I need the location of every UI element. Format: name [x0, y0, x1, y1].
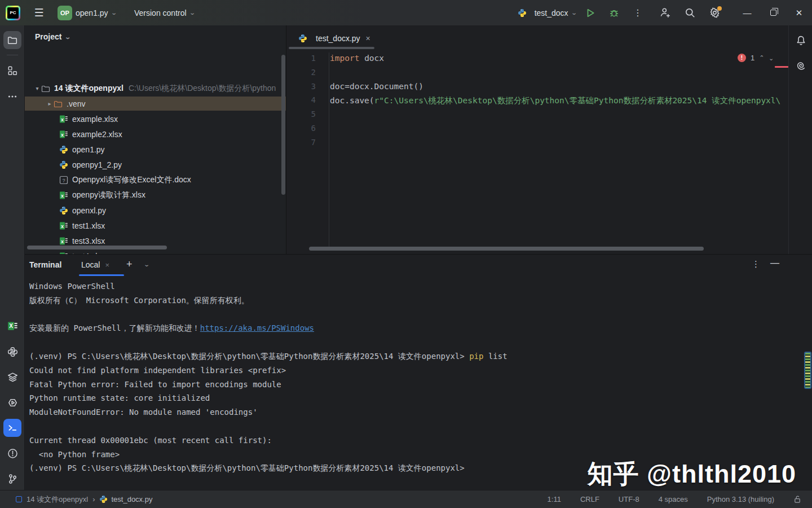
- breadcrumb-root[interactable]: 14 读文件openpyxl: [27, 494, 88, 505]
- editor-horizontal-scrollbar[interactable]: [309, 247, 704, 251]
- run-config-name: test_docx: [535, 8, 568, 17]
- project-panel-title: Project: [35, 32, 61, 41]
- project-vertical-scrollbar[interactable]: [281, 55, 285, 195]
- tree-item-file[interactable]: ? Openpyxl读写修改Excel文件.docx: [25, 173, 286, 187]
- git-tool-button[interactable]: [3, 470, 21, 488]
- module-icon: [16, 496, 22, 502]
- close-button[interactable]: ✕: [786, 0, 812, 25]
- python-interpreter[interactable]: Python 3.13 (huiling): [707, 495, 774, 503]
- project-switcher[interactable]: OP open1.py ⌄: [58, 6, 116, 20]
- line-number: 7: [286, 138, 316, 147]
- tab-close-icon[interactable]: ×: [366, 34, 370, 43]
- tree-item-file[interactable]: x test4.xlsx: [25, 249, 286, 254]
- unknown-file-icon: ?: [59, 175, 68, 185]
- terminal-line: ModuleNotFoundError: No module named 'en…: [29, 405, 785, 419]
- debug-button[interactable]: [604, 3, 624, 23]
- terminal-type-dropdown[interactable]: ⌄: [144, 261, 149, 268]
- project-horizontal-scrollbar[interactable]: [27, 246, 167, 249]
- terminal-output[interactable]: Windows PowerShell 版权所有（C） Microsoft Cor…: [29, 279, 785, 475]
- minimize-button[interactable]: —: [734, 0, 760, 25]
- tree-item-file[interactable]: open1.py: [25, 142, 286, 156]
- folder-icon: [53, 99, 63, 108]
- ai-assistant-button[interactable]: [792, 56, 810, 75]
- editor-tab-title: test_docx.py: [316, 34, 360, 43]
- terminal-tool-button[interactable]: [3, 419, 21, 437]
- tree-item-file[interactable]: x test1.xlsx: [25, 218, 286, 233]
- svg-text:x: x: [60, 223, 63, 229]
- editor-area: test_docx.py × 1 2 3 4 5 6 7 import docx…: [286, 25, 812, 254]
- terminal-title[interactable]: Terminal: [29, 260, 61, 269]
- structure-tool-button[interactable]: [3, 62, 21, 80]
- terminal-header: Terminal Local × + ⌄ ⋮ —: [25, 255, 812, 277]
- python-file-icon: [59, 144, 68, 154]
- line-separator[interactable]: CRLF: [580, 495, 599, 503]
- settings-button[interactable]: [705, 3, 724, 23]
- project-panel-header[interactable]: Project ⌄: [35, 32, 70, 41]
- excel-file-icon: x: [59, 114, 68, 124]
- svg-text:x: x: [60, 192, 63, 198]
- prev-error-button[interactable]: ⌃: [759, 54, 764, 62]
- hide-terminal-button[interactable]: —: [770, 258, 779, 268]
- powershell-link[interactable]: https://aka.ms/PSWindows: [200, 323, 314, 332]
- line-number: 1: [286, 54, 316, 63]
- terminal-line: Python runtime state: core initialized: [29, 391, 785, 405]
- version-control-menu[interactable]: Version control ⌄: [134, 8, 195, 17]
- tree-item-venv[interactable]: ▸ .venv: [25, 97, 286, 111]
- tree-item-file[interactable]: x example.xlsx: [25, 112, 286, 126]
- project-tool-button[interactable]: [3, 31, 21, 49]
- error-stripe-mark[interactable]: [775, 66, 788, 68]
- chevron-collapsed-icon[interactable]: ▸: [46, 100, 53, 107]
- file-name: Openpyxl读写修改Excel文件.docx: [72, 175, 191, 185]
- line-number: 5: [286, 110, 316, 119]
- more-actions-button[interactable]: ⋮: [628, 3, 647, 23]
- main-menu-button[interactable]: ☰: [30, 6, 47, 19]
- problems-tool-button[interactable]: [3, 444, 21, 462]
- python-packages-tool-button[interactable]: [3, 343, 21, 361]
- caret-position[interactable]: 1:11: [548, 495, 561, 503]
- project-badge: OP: [58, 6, 72, 20]
- code-line-4[interactable]: doc.save(r"C:\Users\桃花林\Desktop\数据分析\pyt…: [330, 95, 806, 106]
- file-name: openxl.py: [72, 206, 106, 215]
- next-error-button[interactable]: ⌃: [769, 54, 774, 62]
- run-services-tool-button[interactable]: [3, 393, 21, 411]
- editor-tab[interactable]: test_docx.py ×: [292, 29, 376, 47]
- terminal-line: Current thread 0x00001ebc (most recent c…: [29, 433, 785, 448]
- code-with-me-button[interactable]: [655, 3, 674, 23]
- file-name: .venv: [67, 99, 85, 108]
- tree-item-file[interactable]: openpy1_2.py: [25, 157, 286, 172]
- read-lock-icon[interactable]: [793, 495, 802, 503]
- file-name: test3.xlsx: [72, 237, 105, 246]
- tree-item-file[interactable]: x example2.xlsx: [25, 127, 286, 141]
- indent-style[interactable]: 4 spaces: [659, 495, 688, 503]
- tree-item-root[interactable]: ▾ 14 读文件openpyxl C:\Users\桃花林\Desktop\数据…: [25, 81, 286, 95]
- restore-button[interactable]: [760, 0, 786, 25]
- tree-item-file[interactable]: x openpy读取计算.xlsx: [25, 188, 286, 202]
- notifications-bell-button[interactable]: [792, 31, 810, 49]
- run-configuration-select[interactable]: test_docx ⌄: [518, 8, 576, 17]
- code-line-3[interactable]: doc=docx.Document(): [330, 82, 806, 91]
- terminal-options-button[interactable]: ⋮: [752, 259, 760, 269]
- excel-plugin-tool-button[interactable]: X: [3, 317, 21, 335]
- breadcrumb-file[interactable]: test_docx.py: [99, 495, 152, 503]
- search-everywhere-button[interactable]: [680, 3, 699, 23]
- file-name: openpy1_2.py: [72, 160, 122, 169]
- line-number: 3: [286, 82, 316, 91]
- new-terminal-button[interactable]: +: [126, 259, 133, 270]
- chevron-expanded-icon[interactable]: ▾: [34, 85, 41, 91]
- services-layers-tool-button[interactable]: [3, 368, 21, 386]
- tree-item-file[interactable]: openxl.py: [25, 203, 286, 217]
- tab-close-icon[interactable]: ×: [105, 261, 109, 269]
- code-line-1[interactable]: import docx: [330, 54, 806, 63]
- run-button[interactable]: [581, 3, 600, 23]
- left-tool-strip: X: [0, 25, 25, 490]
- terminal-panel: Terminal Local × + ⌄ ⋮ — Windows PowerSh…: [25, 254, 812, 490]
- file-name: test1.xlsx: [72, 221, 105, 230]
- inspection-widget[interactable]: ! 1 ⌃ ⌃: [738, 54, 774, 62]
- file-encoding[interactable]: UTF-8: [619, 495, 639, 503]
- terminal-prompt-line: (.venv) PS C:\Users\桃花林\Desktop\数据分析\pyt…: [29, 349, 785, 364]
- line-number: 4: [286, 95, 316, 104]
- terminal-tab-local[interactable]: Local ×: [81, 260, 109, 269]
- file-name: open1.py: [72, 145, 105, 154]
- terminal-line: Fatal Python error: Failed to import enc…: [29, 378, 785, 392]
- more-tool-windows-button[interactable]: [3, 87, 21, 106]
